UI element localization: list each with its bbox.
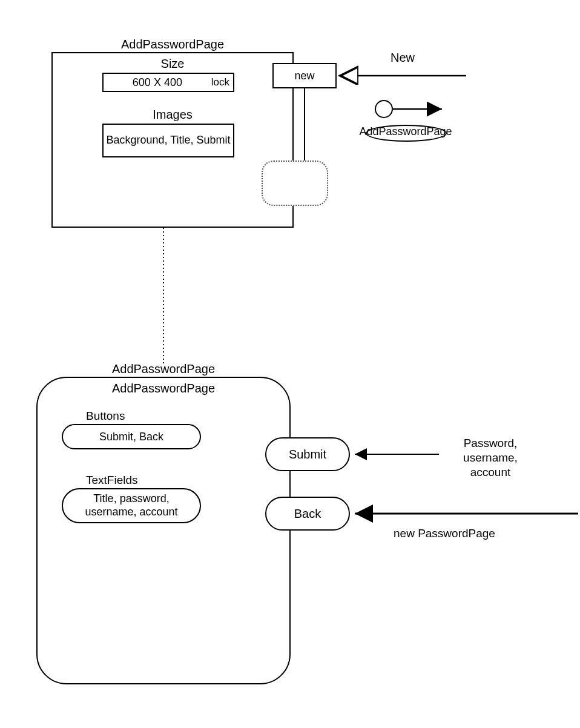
new-box: new: [272, 63, 337, 88]
flow-node-label: AddPasswordPage: [351, 125, 460, 138]
circle-start-node: [375, 100, 393, 118]
new-box-label: new: [294, 70, 314, 82]
dotted-container: [262, 160, 328, 206]
submit-incoming-label: Password, username, account: [442, 436, 539, 479]
top-box-title: AddPasswordPage: [51, 38, 294, 51]
images-label: Images: [53, 108, 292, 122]
size-value-box: 600 X 400 lock: [102, 73, 234, 92]
textfields-value-pill: Title, password, username, account: [62, 488, 201, 523]
textfields-label: TextFields: [86, 474, 171, 487]
buttons-value-pill: Submit, Back: [62, 424, 201, 449]
submit-node: Submit: [265, 437, 350, 471]
images-value-box: Background, Title, Submit: [102, 124, 234, 157]
lock-text: lock: [211, 76, 233, 88]
top-box: Size 600 X 400 lock Images Background, T…: [51, 52, 294, 228]
images-value: Background, Title, Submit: [106, 134, 230, 147]
size-label: Size: [53, 57, 292, 71]
back-node: Back: [265, 497, 350, 531]
diagram-canvas: AddPasswordPage Size 600 X 400 lock Imag…: [0, 0, 580, 728]
textfields-value: Title, password, username, account: [68, 492, 195, 518]
buttons-value: Submit, Back: [99, 431, 163, 443]
buttons-label: Buttons: [86, 409, 159, 423]
back-node-label: Back: [294, 507, 321, 521]
bottom-panel: AddPasswordPage Buttons Submit, Back Tex…: [36, 377, 291, 684]
submit-node-label: Submit: [289, 448, 326, 462]
bottom-panel-title-outer: AddPasswordPage: [36, 362, 291, 376]
size-value: 600 X 400: [104, 76, 211, 89]
new-arrow-label: New: [378, 51, 427, 65]
bottom-panel-title-inner: AddPasswordPage: [38, 382, 289, 395]
back-incoming-label: new PasswordPage: [394, 527, 551, 540]
